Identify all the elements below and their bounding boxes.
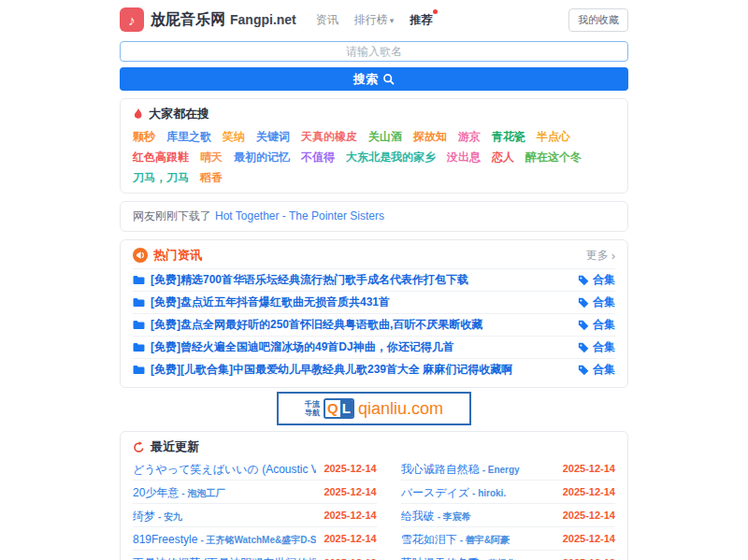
songs-right-column: 我心诚路自然稳- Energy 2025-12-14 バースデイズ- hirok…: [401, 457, 615, 560]
flame-icon: [133, 108, 143, 121]
top-bar: ♪ 放屁音乐网 Fangpi.net 资讯 排行榜▾ 推荐 我的收藏: [0, 0, 748, 37]
collection-tag[interactable]: 合集: [578, 339, 615, 355]
song-date: 2025-12-14: [563, 510, 615, 521]
hot-search-tag[interactable]: 库里之歌: [166, 130, 211, 143]
news-link[interactable]: [免费]曾经火遍全国迪吧溜冰场的49首DJ神曲，你还记得几首: [133, 339, 568, 355]
news-row: [免费]精选700首华语乐坛经典流行热门歌手成名代表作打包下载 合集: [133, 268, 615, 291]
hot-search-tag[interactable]: 恋人: [492, 151, 514, 164]
song-row: バースデイズ- hiroki. 2025-12-14: [401, 481, 615, 504]
folder-icon: [133, 320, 145, 330]
hot-news-more-link[interactable]: 更多›: [586, 248, 615, 264]
download-notice-prefix: 网友刚刚下载了: [133, 209, 211, 223]
news-link[interactable]: [免费]盘点近五年抖音爆红歌曲无损音质共431首: [133, 294, 568, 310]
banner-domain-text: qianliu.com: [358, 399, 443, 419]
song-date: 2025-12-13: [324, 557, 376, 560]
song-date: 2025-12-13: [563, 557, 615, 560]
hot-search-tag[interactable]: 探故知: [413, 130, 447, 143]
recent-updates-card: 最近更新 どうやって笑えばいいの (Acoustic Ver.... 2025-…: [120, 431, 628, 560]
hot-search-tag[interactable]: 笑纳: [223, 130, 245, 143]
main-nav: 资讯 排行榜▾ 推荐: [316, 12, 433, 28]
song-row: 绮梦- 安九 2025-12-14: [133, 504, 377, 527]
hot-search-tag[interactable]: 醉在这个冬: [525, 151, 582, 164]
song-date: 2025-12-14: [324, 533, 376, 544]
qianliu-ad-banner[interactable]: 千流导航 QL qianliu.com: [277, 392, 471, 425]
refresh-icon: [133, 441, 145, 453]
news-link[interactable]: [免费]精选700首华语乐坛经典流行热门歌手成名代表作打包下载: [133, 272, 568, 288]
hot-search-tag[interactable]: 颗秒: [133, 130, 155, 143]
news-link[interactable]: [免费][儿歌合集]中国最爱幼儿早教经典儿歌239首大全 麻麻们记得收藏啊: [133, 362, 568, 378]
site-title-link[interactable]: 放屁音乐网 Fangpi.net: [151, 10, 296, 30]
search-button[interactable]: 搜索: [120, 67, 628, 91]
site-name: 放屁音乐网: [151, 10, 225, 30]
hot-search-card: 大家都在搜 颗秒 库里之歌 笑纳 关键词 天真的橡皮 关山酒 探故知 游京 青花…: [120, 98, 628, 194]
ql-logo: QL: [324, 398, 354, 419]
hot-search-tag[interactable]: 游京: [458, 130, 481, 143]
hot-search-tag[interactable]: 关键词: [256, 130, 290, 143]
song-link[interactable]: 给我破- 李宸希: [401, 507, 555, 524]
nav-item-news[interactable]: 资讯: [316, 12, 338, 28]
hot-search-tag[interactable]: 红色高跟鞋: [133, 151, 189, 164]
hot-search-tag[interactable]: 晴天: [200, 151, 223, 164]
songs-left-column: どうやって笑えばいいの (Acoustic Ver.... 2025-12-14…: [133, 457, 377, 560]
tag-icon: [578, 365, 589, 376]
song-date: 2025-12-14: [324, 486, 376, 497]
song-row: 819Freestyle- 王齐铭WatchMe&盛宇D-SHINE 2025-…: [133, 527, 377, 551]
chevron-down-icon: ▾: [390, 16, 395, 25]
hot-search-tag[interactable]: 青花瓷: [492, 130, 525, 143]
hot-search-tag[interactable]: 关山酒: [368, 130, 402, 143]
hot-search-tag[interactable]: 半点心: [537, 130, 570, 143]
collection-tag[interactable]: 合集: [578, 317, 615, 333]
notification-dot: [433, 9, 438, 14]
song-link[interactable]: バースデイズ- hiroki.: [401, 483, 555, 501]
tag-icon: [578, 320, 589, 331]
hot-search-tag[interactable]: 没出息: [447, 151, 481, 164]
recent-songs-grid: どうやって笑えばいいの (Acoustic Ver.... 2025-12-14…: [133, 457, 615, 560]
song-row: 我心诚路自然稳- Energy 2025-12-14: [401, 457, 615, 481]
song-link[interactable]: 我心诚路自然稳- Energy: [401, 460, 555, 478]
hot-search-tag[interactable]: 大东北是我的家乡: [346, 151, 436, 164]
song-row: どうやって笑えばいいの (Acoustic Ver.... 2025-12-14: [133, 457, 377, 481]
nav-item-recommend[interactable]: 推荐: [410, 12, 432, 28]
site-logo[interactable]: ♪: [120, 7, 144, 32]
song-link[interactable]: 819Freestyle- 王齐铭WatchMe&盛宇D-SHINE: [133, 530, 316, 547]
song-link[interactable]: 雪花如泪下- 善宇&阿豪: [401, 530, 555, 548]
hot-search-tag[interactable]: 不值得: [301, 151, 335, 164]
song-link[interactable]: 绮梦- 安九: [133, 507, 316, 524]
music-note-icon: ♪: [128, 12, 136, 28]
song-link[interactable]: 落叶漫天的冬季- 蔡枫华: [401, 553, 555, 560]
site-domain: Fangpi.net: [230, 12, 296, 27]
song-link[interactable]: 20少年意- 泡泡工厂: [133, 483, 316, 501]
song-row: 20少年意- 泡泡工厂 2025-12-14: [133, 481, 377, 504]
hot-search-tag[interactable]: 刀马，刀马: [133, 171, 189, 184]
downloaded-song-link[interactable]: Hot Together - The Pointer Sisters: [215, 209, 384, 223]
folder-icon: [133, 365, 145, 375]
song-date: 2025-12-14: [563, 486, 615, 497]
hot-search-tag[interactable]: 天真的橡皮: [301, 130, 357, 143]
song-date: 2025-12-14: [324, 510, 376, 521]
song-row: 雨是神的烟花 (雨是神明赐在世间的烟花... 2025-12-13: [133, 551, 377, 560]
song-link[interactable]: 雨是神的烟花 (雨是神明赐在世间的烟花...: [133, 553, 316, 560]
song-link[interactable]: どうやって笑えばいいの (Acoustic Ver....: [133, 460, 316, 478]
song-date: 2025-12-14: [324, 463, 376, 474]
song-row: 落叶漫天的冬季- 蔡枫华 2025-12-13: [401, 551, 615, 560]
hot-news-title: 热门资讯: [153, 247, 202, 264]
song-search-input[interactable]: [120, 41, 628, 62]
hot-search-tag[interactable]: 最初的记忆: [234, 151, 290, 164]
hot-news-list: [免费]精选700首华语乐坛经典流行热门歌手成名代表作打包下载 合集 [免费]盘…: [133, 268, 615, 381]
song-date: 2025-12-14: [563, 533, 615, 544]
collection-tag[interactable]: 合集: [578, 362, 615, 378]
folder-icon: [133, 275, 145, 285]
hot-search-tags: 颗秒 库里之歌 笑纳 关键词 天真的橡皮 关山酒 探故知 游京 青花瓷 半点心 …: [133, 130, 615, 184]
hot-news-card: 热门资讯 更多› [免费]精选700首华语乐坛经典流行热门歌手成名代表作打包下载…: [120, 239, 628, 388]
collection-tag[interactable]: 合集: [578, 272, 615, 288]
tag-icon: [578, 342, 589, 353]
nav-item-rankings[interactable]: 排行榜▾: [354, 12, 395, 28]
news-link[interactable]: [免费]盘点全网最好听的250首怀旧经典粤语歌曲,百听不厌果断收藏: [133, 317, 568, 333]
search-icon: [382, 73, 395, 85]
hot-search-tag[interactable]: 稻香: [200, 171, 223, 184]
news-row: [免费][儿歌合集]中国最爱幼儿早教经典儿歌239首大全 麻麻们记得收藏啊 合集: [133, 358, 615, 381]
my-favorites-button[interactable]: 我的收藏: [568, 8, 628, 32]
song-date: 2025-12-14: [563, 463, 615, 474]
collection-tag[interactable]: 合集: [578, 294, 615, 310]
song-row: 给我破- 李宸希 2025-12-14: [401, 504, 615, 527]
